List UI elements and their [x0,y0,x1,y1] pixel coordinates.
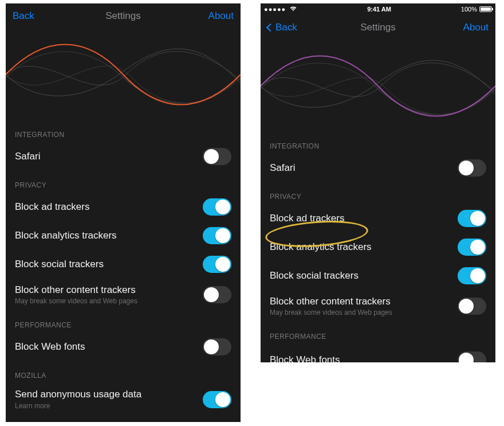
toggle-block-webfonts[interactable] [458,351,486,362]
section-header-performance: PERFORMANCE [6,311,241,333]
toggle-safari[interactable] [458,159,486,177]
section-header-privacy: PRIVACY [261,182,495,204]
toggle-block-other[interactable] [203,286,231,303]
section-header-mozilla: MOZILLA [6,361,241,383]
label-block-social: Block social trackers [270,270,452,282]
battery-icon [479,6,492,12]
label-block-webfonts: Block Web fonts [270,354,452,362]
sublabel-usage-data[interactable]: Learn more [15,402,197,410]
wave-hero [6,29,241,120]
row-block-ad-trackers: Block ad trackers [261,204,495,233]
row-block-social: Block social trackers [6,250,241,279]
battery-text: 100% [461,6,477,13]
toggle-safari[interactable] [203,148,231,165]
label-usage-data: Send anonymous usage data [15,389,197,400]
toggle-usage-data[interactable] [203,391,231,408]
section-header-performance: PERFORMANCE [261,322,495,344]
back-button[interactable]: Back [267,22,297,33]
wave-hero [261,40,495,132]
navbar: Back Settings About [261,15,495,40]
row-block-analytics: Block analytics trackers [6,221,241,250]
row-block-analytics: Block analytics trackers [261,233,495,261]
back-label: Back [13,10,34,22]
row-block-other: Block other content trackers May break s… [6,279,241,311]
chevron-left-icon [266,24,274,32]
label-safari: Safari [15,151,197,162]
row-block-ad-trackers: Block ad trackers [6,193,241,221]
label-block-other: Block other content trackers [15,284,197,296]
toggle-block-ad[interactable] [458,210,486,227]
about-button[interactable]: About [463,22,489,33]
signal-icon: ●●●●● [264,6,286,13]
back-label: Back [275,22,297,33]
about-button[interactable]: About [208,10,234,22]
row-block-webfonts: Block Web fonts [261,344,495,362]
toggle-block-analytics[interactable] [458,239,486,256]
row-safari: Safari [261,154,495,182]
navbar: Back Settings About [6,3,241,29]
section-header-integration: INTEGRATION [261,132,495,154]
label-block-ad: Block ad trackers [270,213,452,224]
toggle-block-other[interactable] [458,298,486,315]
label-block-other: Block other content trackers [270,296,452,307]
toggle-block-webfonts[interactable] [203,338,231,355]
status-time: 9:41 AM [297,6,461,13]
status-bar: ●●●●● 9:41 AM 100% [261,3,495,15]
sublabel-block-other: May break some videos and Web pages [270,308,452,316]
section-header-privacy: PRIVACY [6,171,241,193]
label-block-social: Block social trackers [15,259,197,270]
page-title: Settings [6,10,241,22]
row-block-other: Block other content trackers May break s… [261,290,495,322]
row-usage-data: Send anonymous usage data Learn more [6,383,241,415]
sublabel-block-other: May break some videos and Web pages [15,297,197,305]
label-block-analytics: Block analytics trackers [15,230,197,241]
toggle-block-social[interactable] [203,256,231,273]
toggle-block-analytics[interactable] [203,227,231,244]
back-button[interactable]: Back [13,10,34,22]
label-block-analytics: Block analytics trackers [270,241,452,253]
section-header-integration: INTEGRATION [6,120,241,142]
wifi-icon [289,6,297,13]
label-block-webfonts: Block Web fonts [15,341,197,353]
settings-screen-left: Back Settings About INTEGRATION Safari P… [6,3,241,422]
toggle-block-ad[interactable] [203,198,231,216]
row-block-webfonts: Block Web fonts [6,333,241,361]
label-safari: Safari [270,162,452,174]
row-block-social: Block social trackers [261,261,495,290]
label-block-ad: Block ad trackers [15,201,197,213]
row-safari: Safari [6,142,241,171]
settings-screen-right: ●●●●● 9:41 AM 100% Back Settings About I… [261,3,495,362]
toggle-block-social[interactable] [458,267,486,284]
